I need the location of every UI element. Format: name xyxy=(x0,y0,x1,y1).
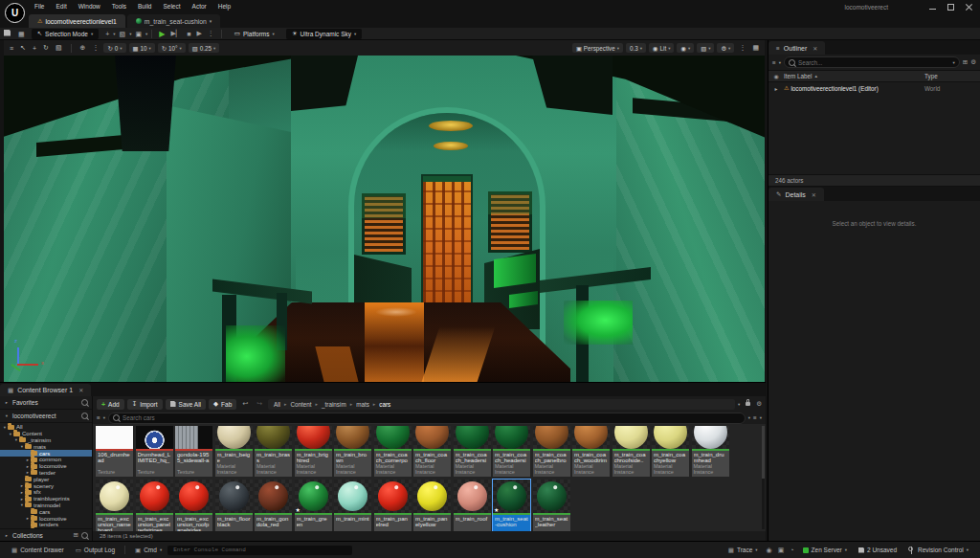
outliner-search-input[interactable] xyxy=(798,59,949,66)
asset-Drumhead_LIMITED_hq_scale_2_25[interactable]: Drumhead_LIMITED_hq_scale_2_25Texture xyxy=(136,426,173,477)
asset-106_drumhead[interactable]: 106_drumheadTexture xyxy=(96,426,133,477)
asset-m_train_coachroofside..[interactable]: m_train_coachroofside..Material Instance xyxy=(612,426,650,477)
platforms-dropdown[interactable]: ▭ Platforms ▾ xyxy=(229,29,280,39)
ultra-dynamic-sky-dropdown[interactable]: ☀ Ultra Dynamic Sky ▾ xyxy=(286,29,363,39)
snapshot-icon[interactable]: ▣ xyxy=(775,547,788,554)
tree-item-Content[interactable]: ▾Content xyxy=(0,431,92,437)
asset-m_train_coach_headersidepanel_102[interactable]: m_train_coach_headersidepanel_102Materia… xyxy=(493,426,530,477)
forward-icon[interactable]: ↪ xyxy=(254,400,265,408)
outliner-search-box[interactable]: ▾ xyxy=(784,56,960,68)
view-mode-dropdown[interactable]: ▧ ▾ xyxy=(697,43,714,53)
asset-m_train_coach_woodtrim[interactable]: m_train_coach_woodtrimMaterial Instance xyxy=(572,426,610,477)
asset-m_train_gondola_red[interactable]: m_train_gondola_redMaterial Instance xyxy=(255,480,292,531)
console-command-input[interactable] xyxy=(171,546,348,554)
unsaved-button[interactable]: 2 Unsaved xyxy=(853,547,902,553)
filter-icon[interactable]: ≡ xyxy=(97,414,100,421)
menu-actor[interactable]: Actor xyxy=(187,3,212,10)
maximize-viewport-icon[interactable]: ▦ xyxy=(750,44,761,52)
breadcrumb-cars[interactable]: cars xyxy=(379,401,390,408)
rotate-tool-icon[interactable]: ↻ xyxy=(41,44,51,52)
selection-mode-dropdown[interactable]: ↖ Selection Mode ▾ xyxy=(32,29,100,39)
new-folder-icon[interactable]: ⊞ xyxy=(963,58,968,66)
column-type[interactable]: Type xyxy=(924,73,980,79)
viewport-scene[interactable]: z x xyxy=(4,56,765,382)
save-current-icon[interactable] xyxy=(0,29,14,39)
asset-m_train_brown[interactable]: m_train_brownMaterial Instance xyxy=(334,426,371,477)
background-tasks-icon[interactable]: ◔ xyxy=(787,547,796,553)
tab-locomotiveerectionlevel1[interactable]: ⚠locomotiveerectionlevel1 xyxy=(29,14,125,28)
skip-icon[interactable]: ▶ xyxy=(193,30,204,37)
close-icon[interactable]: ✕ xyxy=(812,191,816,198)
tab-m_train_seat-cushion[interactable]: m_train_seat-cushion▾ xyxy=(127,14,221,28)
play-icon[interactable]: ▶ xyxy=(156,30,167,38)
blueprints-icon[interactable]: ▧ xyxy=(116,29,130,39)
add-collection-icon[interactable]: ⊞ xyxy=(74,531,78,539)
asset-m_train_drumhead[interactable]: m_train_drumheadMaterial Instance xyxy=(692,426,729,477)
content-settings-gear-icon[interactable]: ⚙ xyxy=(756,400,762,408)
asset-m_train_beige[interactable]: m_train_beigeMaterial Instance xyxy=(215,426,253,477)
viewport-settings-dropdown[interactable]: ⚙ ▾ xyxy=(717,43,734,53)
save-all-button[interactable]: Save All xyxy=(166,399,207,410)
viewport-dots-icon[interactable]: ⋮ xyxy=(90,44,100,52)
unreal-logo-icon[interactable]: U xyxy=(5,3,25,23)
close-icon[interactable]: ✕ xyxy=(813,45,817,52)
outliner-row-world[interactable]: ▸ ⚠ locomotiveerectionlevel1 (Editor) Wo… xyxy=(768,82,980,94)
asset-m_train_coach_panelbrown[interactable]: m_train_coach_panelbrownMaterial Instanc… xyxy=(533,426,570,477)
lock-icon[interactable] xyxy=(746,402,750,406)
asset-m_train_brass[interactable]: m_train_brassMaterial Instance xyxy=(255,426,292,477)
perspective-dropdown[interactable]: ▣ Perspective ▾ xyxy=(572,43,623,53)
tree-item-cars[interactable]: cars xyxy=(0,508,92,515)
viewport-options-icon[interactable]: ≡ xyxy=(8,45,15,52)
revision-control-dropdown[interactable]: Revision Control ▾ xyxy=(902,547,974,554)
asset-m_train_excursion_roofpanelsides[interactable]: m_train_excursion_roofpanelsidesMaterial… xyxy=(175,480,212,531)
outliner-settings-gear-icon[interactable]: ⚙ xyxy=(970,58,976,66)
cmd-dropdown[interactable]: ▣ Cmd ▾ xyxy=(129,547,167,554)
menu-file[interactable]: File xyxy=(29,3,50,10)
tree-item-common[interactable]: ▸common xyxy=(0,457,92,463)
tab-content-browser[interactable]: ▦ Content Browser 1 ✕ xyxy=(0,384,91,396)
scale-snap-dropdown[interactable]: ▧ 0.25 ▾ xyxy=(189,43,219,53)
asset-m_train_seat-cushion[interactable]: ★m_train_seat-cushionMaterial Instance xyxy=(493,480,530,531)
browse-content-icon[interactable]: ▦ xyxy=(14,29,29,39)
camera-speed-dropdown[interactable]: 0.3 ▾ xyxy=(626,43,646,53)
asset-m_train_brightred[interactable]: m_train_brightredMaterial Instance xyxy=(295,426,332,477)
asset-m_train_floorblack[interactable]: m_train_floorblackMaterial Instance xyxy=(215,480,253,531)
filter-icon[interactable]: ≡ xyxy=(772,59,776,66)
import-button[interactable]: ↧ Import xyxy=(127,399,163,410)
grid-snap-dropdown[interactable]: ▦ 10 ▾ xyxy=(129,43,155,53)
content-search-input[interactable] xyxy=(122,414,741,421)
asset-m_train_coach_floor[interactable]: m_train_coach_floorMaterial Instance xyxy=(413,426,451,477)
show-flags-dropdown[interactable]: ◉ ▾ xyxy=(677,43,694,53)
asset-m_train_coach_cornerpost[interactable]: m_train_coach_cornerpostMaterial Instanc… xyxy=(374,426,412,477)
row-expand-arrow-icon[interactable]: ▸ xyxy=(768,85,784,92)
menu-window[interactable]: Window xyxy=(73,3,106,10)
surface-snap-dropdown[interactable]: ↻ 0 ▾ xyxy=(103,43,125,53)
back-icon[interactable]: ↩ xyxy=(239,400,251,408)
column-item-label[interactable]: Item Label ▲ xyxy=(784,73,924,79)
content-search-box[interactable] xyxy=(108,413,746,424)
collections-section-header[interactable]: ▸ Collections ⊞ xyxy=(0,528,92,541)
search-icon[interactable] xyxy=(81,413,88,419)
zen-server-dropdown[interactable]: Zen Server ▾ xyxy=(797,547,853,553)
rotation-snap-dropdown[interactable]: ↻ 10° ▾ xyxy=(158,43,186,53)
world-space-icon[interactable]: ⊕ xyxy=(78,44,88,52)
close-icon[interactable] xyxy=(966,4,972,11)
menu-tools[interactable]: Tools xyxy=(106,3,132,10)
asset-m_train_excursion_nameboard[interactable]: m_train_excursion_nameboardMaterial Inst… xyxy=(96,480,133,531)
tree-item-player[interactable]: player xyxy=(0,476,92,482)
menu-help[interactable]: Help xyxy=(212,3,236,10)
asset-m_train_panelred[interactable]: m_train_panelredMaterial Instance xyxy=(374,480,412,531)
select-tool-icon[interactable]: ↖ xyxy=(18,44,28,52)
menu-select[interactable]: Select xyxy=(157,3,186,10)
tree-item-tender[interactable]: ▸tender xyxy=(0,470,92,477)
view-options-icon[interactable]: ≡ xyxy=(753,414,757,421)
asset-m_train_panelyellow[interactable]: m_train_panelyellowMaterial Instance xyxy=(413,480,451,531)
more-dots-icon[interactable]: ⋮ xyxy=(737,44,747,52)
tree-item-_trainsim[interactable]: ▾_trainsim xyxy=(0,437,92,444)
tree-item-sfx[interactable]: ▸sfx xyxy=(0,489,92,496)
menu-build[interactable]: Build xyxy=(132,3,157,10)
tab-details[interactable]: ✎ Details ✕ xyxy=(768,188,824,201)
visibility-eye-icon[interactable]: ◉ xyxy=(768,73,784,79)
favorites-section-header[interactable]: ▸ Favorites xyxy=(0,396,92,410)
derived-data-icon[interactable]: ◉ xyxy=(764,547,775,554)
